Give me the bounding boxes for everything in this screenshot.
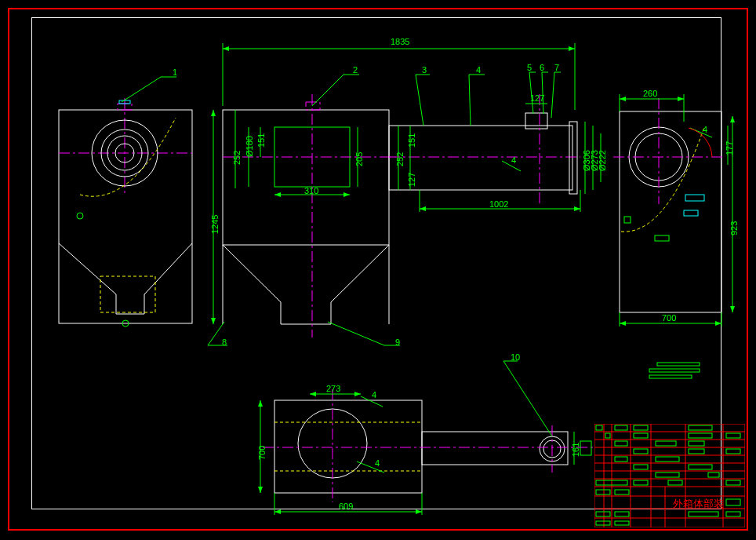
dim-1002: 1002 bbox=[489, 199, 508, 209]
callout-10: 10 bbox=[511, 352, 520, 362]
dim-151-f: 151 bbox=[256, 133, 266, 148]
svg-rect-172 bbox=[615, 521, 629, 525]
svg-rect-149 bbox=[689, 433, 712, 438]
dim-dia180: Ø180 bbox=[245, 136, 254, 157]
svg-marker-3 bbox=[223, 46, 229, 51]
dim-923: 923 bbox=[729, 221, 739, 235]
svg-rect-5 bbox=[59, 110, 192, 323]
dim-252-f: 252 bbox=[232, 151, 242, 165]
dim-273-b: 273 bbox=[326, 384, 340, 393]
svg-line-59 bbox=[416, 75, 423, 126]
svg-rect-91 bbox=[684, 210, 698, 216]
svg-rect-158 bbox=[656, 457, 679, 462]
svg-rect-152 bbox=[656, 441, 676, 446]
svg-rect-42 bbox=[389, 126, 572, 190]
dim-700-b: 700 bbox=[257, 446, 267, 460]
dim-177: 177 bbox=[725, 141, 734, 155]
dim-phi222: Ø222 bbox=[598, 150, 607, 171]
callout-2: 2 bbox=[353, 65, 358, 75]
dim-127-s: 127 bbox=[407, 173, 416, 187]
svg-rect-165 bbox=[668, 480, 682, 485]
svg-rect-46 bbox=[569, 122, 577, 194]
svg-line-17 bbox=[122, 77, 161, 102]
svg-rect-162 bbox=[708, 472, 719, 477]
svg-rect-146 bbox=[689, 425, 712, 430]
svg-rect-143 bbox=[596, 425, 602, 430]
callout-5: 5 bbox=[527, 63, 532, 72]
callout-4: 4 bbox=[476, 65, 481, 75]
title-block: 外箱体部装 bbox=[594, 424, 745, 527]
dim-4-s: 4 bbox=[511, 155, 516, 165]
svg-point-13 bbox=[77, 213, 83, 219]
callout-9: 9 bbox=[395, 338, 400, 347]
callout-6: 6 bbox=[540, 63, 544, 72]
dim-700-r: 700 bbox=[662, 313, 676, 323]
svg-rect-160 bbox=[689, 465, 712, 469]
svg-marker-77 bbox=[678, 97, 684, 101]
svg-marker-116 bbox=[310, 392, 316, 396]
svg-marker-114 bbox=[258, 487, 263, 493]
dim-609: 609 bbox=[339, 502, 353, 511]
dim-205: 205 bbox=[354, 152, 364, 166]
svg-rect-92 bbox=[655, 235, 669, 241]
svg-rect-145 bbox=[634, 425, 648, 430]
dim-252-s: 252 bbox=[395, 152, 405, 166]
dim-127-t: 127 bbox=[530, 93, 544, 103]
svg-rect-90 bbox=[685, 195, 704, 201]
svg-rect-25 bbox=[306, 102, 320, 110]
svg-rect-19 bbox=[223, 110, 389, 245]
svg-rect-95 bbox=[649, 369, 700, 372]
svg-rect-154 bbox=[634, 449, 648, 454]
svg-rect-175 bbox=[726, 512, 740, 516]
svg-marker-82 bbox=[715, 321, 721, 326]
svg-rect-164 bbox=[634, 480, 648, 485]
dim-260: 260 bbox=[643, 89, 657, 98]
callout-1: 1 bbox=[173, 68, 177, 77]
drawing-title: 外箱体部装 bbox=[673, 497, 724, 511]
svg-line-36 bbox=[312, 75, 343, 106]
svg-rect-94 bbox=[657, 363, 700, 366]
svg-marker-87 bbox=[730, 306, 735, 312]
svg-rect-12 bbox=[100, 276, 155, 312]
svg-rect-156 bbox=[726, 449, 740, 454]
svg-marker-81 bbox=[620, 321, 626, 326]
svg-rect-151 bbox=[615, 441, 627, 446]
svg-rect-173 bbox=[689, 512, 718, 516]
svg-marker-33 bbox=[274, 192, 281, 197]
svg-line-67 bbox=[551, 72, 554, 118]
svg-marker-52 bbox=[574, 206, 580, 211]
svg-rect-96 bbox=[649, 375, 692, 378]
svg-rect-144 bbox=[615, 425, 627, 430]
svg-marker-51 bbox=[420, 206, 426, 211]
svg-rect-171 bbox=[596, 521, 610, 525]
svg-line-61 bbox=[469, 75, 471, 126]
svg-rect-97 bbox=[274, 400, 422, 493]
svg-line-122 bbox=[503, 361, 552, 436]
svg-rect-166 bbox=[726, 480, 740, 485]
svg-rect-157 bbox=[615, 457, 627, 462]
svg-rect-155 bbox=[689, 449, 704, 454]
svg-rect-169 bbox=[596, 512, 610, 516]
svg-rect-93 bbox=[624, 217, 631, 223]
svg-marker-117 bbox=[354, 392, 361, 396]
svg-rect-170 bbox=[615, 512, 629, 516]
dim-4-b1: 4 bbox=[372, 390, 376, 400]
svg-line-40 bbox=[328, 322, 384, 345]
dim-4-b2: 4 bbox=[375, 458, 380, 468]
callout-3: 3 bbox=[422, 65, 427, 75]
dim-1245: 1245 bbox=[210, 215, 220, 234]
svg-rect-70 bbox=[620, 111, 721, 312]
svg-marker-109 bbox=[416, 509, 422, 514]
svg-marker-108 bbox=[274, 509, 281, 514]
dim-161: 161 bbox=[571, 443, 580, 457]
svg-marker-30 bbox=[211, 110, 216, 116]
dim-4-r: 4 bbox=[703, 125, 707, 134]
svg-rect-167 bbox=[596, 490, 610, 494]
svg-marker-31 bbox=[211, 318, 216, 324]
svg-marker-86 bbox=[730, 116, 735, 122]
svg-rect-147 bbox=[605, 433, 610, 438]
svg-rect-168 bbox=[615, 490, 629, 494]
svg-marker-113 bbox=[258, 400, 263, 407]
svg-marker-76 bbox=[620, 97, 626, 101]
dim-310: 310 bbox=[304, 186, 318, 195]
